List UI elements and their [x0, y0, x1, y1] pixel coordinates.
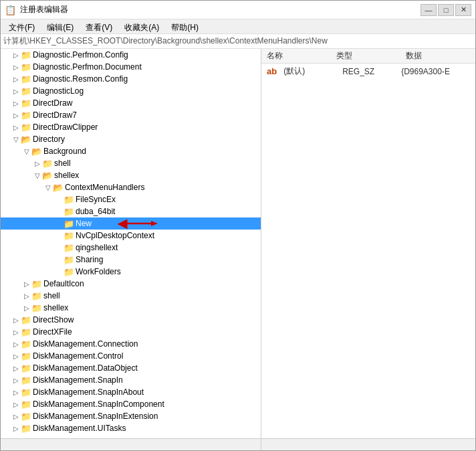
- folder-open-icon: 📂: [21, 134, 31, 144]
- tree-scrollbar-bottom[interactable]: [1, 439, 261, 450]
- expand-icon[interactable]: ▷: [22, 291, 31, 300]
- expand-icon[interactable]: ▷: [11, 327, 21, 337]
- tree-row-directory[interactable]: ▽ 📂 Directory: [1, 133, 261, 145]
- tree-row-diskmgmt-ctrl[interactable]: ▷ 📁 DiskManagement.Control: [1, 350, 261, 362]
- tree-row-background[interactable]: ▽ 📂 Background: [1, 145, 261, 157]
- folder-icon: 📁: [64, 207, 74, 216]
- folder-icon: 📁: [64, 267, 74, 276]
- tree-row-diskmgmt-conn[interactable]: ▷ 📁 DiskManagement.Connection: [1, 338, 261, 350]
- expand-icon[interactable]: ▷: [11, 375, 21, 385]
- menu-view[interactable]: 查看(V): [80, 21, 118, 32]
- tree-row-sharing[interactable]: 📁 Sharing: [1, 254, 261, 266]
- tree-row-diskmgmt-snap[interactable]: ▷ 📁 DiskManagement.SnapIn: [1, 374, 261, 386]
- tree-node-diskmgmt-snap-about: ▷ 📁 DiskManagement.SnapInAbout: [1, 386, 261, 398]
- node-label: DiskManagement.SnapInComponent: [33, 399, 164, 409]
- tree-node-sharing: 📁 Sharing: [1, 254, 261, 266]
- tree-row-diskmgmt-data[interactable]: ▷ 📁 DiskManagement.DataObject: [1, 362, 261, 374]
- expand-icon[interactable]: ▷: [22, 279, 31, 288]
- tree-row-shellex2[interactable]: ▷ 📁 shellex: [1, 302, 261, 314]
- col-name-header: 名称: [267, 50, 283, 62]
- folder-icon: 📁: [21, 387, 31, 397]
- tree-row-diag-perf-doc[interactable]: ▷ 📁 Diagnostic.Perfmon.Document: [1, 61, 261, 73]
- tree-row-duba[interactable]: 📁 duba_64bit: [1, 205, 261, 217]
- folder-icon: 📁: [31, 303, 42, 312]
- folder-icon: 📁: [21, 399, 31, 409]
- tree-row-qing[interactable]: 📁 qingshellext: [1, 242, 261, 254]
- tree-row-directshow[interactable]: ▷ 📁 DirectShow: [1, 314, 261, 326]
- minimize-button[interactable]: —: [421, 4, 437, 16]
- tree-row-diaglog[interactable]: ▷ 📁 DiagnosticLog: [1, 85, 261, 97]
- tree-row-workfolders[interactable]: 📁 WorkFolders: [1, 266, 261, 278]
- expand-icon[interactable]: ▽: [43, 183, 53, 192]
- expand-icon[interactable]: ▷: [22, 303, 31, 312]
- tree-node-diskmgmt-snap-ext: ▷ 📁 DiskManagement.SnapInExtension: [1, 410, 261, 422]
- expand-icon[interactable]: ▷: [11, 363, 21, 373]
- registry-value-row[interactable]: ab (默认) REG_SZ {D969A300-E: [261, 64, 475, 79]
- tree-row-contextmenu[interactable]: ▽ 📂 ContextMenuHandlers: [1, 181, 261, 193]
- tree-node-filesyncex: 📁 FileSyncEx: [1, 193, 261, 205]
- menu-bar: 文件(F) 编辑(E) 查看(V) 收藏夹(A) 帮助(H): [1, 19, 475, 34]
- expand-icon[interactable]: ▽: [33, 171, 42, 180]
- tree-node-diskmgmt-conn: ▷ 📁 DiskManagement.Connection: [1, 338, 261, 350]
- expand-icon[interactable]: ▷: [11, 412, 21, 421]
- tree-row-new[interactable]: 📁 New ◀: [1, 217, 261, 230]
- close-button[interactable]: ✕: [455, 4, 471, 16]
- folder-icon: 📁: [21, 351, 31, 361]
- expand-icon[interactable]: ▷: [11, 315, 21, 325]
- address-text: 计算机\HKEY_CLASSES_ROOT\Directory\Backgrou…: [3, 35, 328, 47]
- tree-row-diag-perf-config[interactable]: ▷ 📁 Diagnostic.Perfmon.Config: [1, 49, 261, 61]
- tree-row-filesyncex[interactable]: 📁 FileSyncEx: [1, 193, 261, 205]
- tree-row-defaulticon[interactable]: ▷ 📁 DefaultIcon: [1, 278, 261, 290]
- folder-icon: 📁: [21, 86, 31, 96]
- expand-icon[interactable]: ▷: [11, 387, 21, 397]
- expand-icon: [54, 207, 64, 216]
- tree-row-nvcpl[interactable]: 📁 NvCplDesktopContext: [1, 230, 261, 242]
- expand-icon[interactable]: ▷: [11, 351, 21, 361]
- tree-row-diskmgmt-snap-about[interactable]: ▷ 📁 DiskManagement.SnapInAbout: [1, 386, 261, 398]
- col-data-header: 数据: [406, 50, 422, 62]
- node-label: FileSyncEx: [76, 195, 116, 204]
- tree-row-directdrawclipper[interactable]: ▷ 📁 DirectDrawClipper: [1, 121, 261, 133]
- node-label: ContextMenuHandlers: [65, 183, 144, 192]
- expand-icon[interactable]: ▷: [11, 86, 21, 96]
- tree-row-directdraw7[interactable]: ▷ 📁 DirectDraw7: [1, 109, 261, 121]
- node-label: Diagnostic.Resmon.Config: [33, 74, 128, 84]
- tree-row-diskmgmt-snap-comp[interactable]: ▷ 📁 DiskManagement.SnapInComponent: [1, 398, 261, 410]
- menu-file[interactable]: 文件(F): [3, 21, 40, 32]
- expand-icon[interactable]: ▷: [11, 424, 21, 433]
- tree-row-shell2[interactable]: ▷ 📁 shell: [1, 290, 261, 302]
- maximize-button[interactable]: □: [438, 4, 454, 16]
- expand-icon[interactable]: ▷: [11, 110, 21, 120]
- expand-icon[interactable]: ▷: [11, 50, 21, 60]
- tree-row-directxfile[interactable]: ▷ 📁 DirectXFile: [1, 326, 261, 338]
- tree-pane[interactable]: ▷ 📁 Diagnostic.Perfmon.Config ▷ 📁 Diagno…: [1, 49, 261, 438]
- tree-row-diskmgmt-snap-ext[interactable]: ▷ 📁 DiskManagement.SnapInExtension: [1, 410, 261, 422]
- tree-row-diskmgmt-ui[interactable]: ▷ 📁 DiskManagement.UITasks: [1, 422, 261, 434]
- tree-node-shellex: ▽ 📂 shellex ▽ 📂: [1, 169, 261, 278]
- menu-help[interactable]: 帮助(H): [166, 21, 204, 32]
- tree-node-directshow: ▷ 📁 DirectShow: [1, 314, 261, 326]
- expand-icon[interactable]: ▷: [11, 122, 21, 132]
- right-scrollbar-bottom[interactable]: [261, 439, 475, 450]
- tree-row-directdraw[interactable]: ▷ 📁 DirectDraw: [1, 97, 261, 109]
- expand-icon: [54, 267, 64, 276]
- expand-icon[interactable]: ▷: [11, 74, 21, 84]
- expand-icon[interactable]: ▷: [11, 339, 21, 349]
- tree-node-shell2: ▷ 📁 shell: [1, 290, 261, 302]
- tree-row-shell[interactable]: ▷ 📁 shell: [1, 157, 261, 169]
- expand-icon[interactable]: ▷: [11, 98, 21, 108]
- menu-favorites[interactable]: 收藏夹(A): [119, 21, 164, 32]
- tree-row-shellex[interactable]: ▽ 📂 shellex: [1, 169, 261, 181]
- expand-icon[interactable]: ▽: [11, 134, 21, 144]
- expand-icon[interactable]: ▷: [11, 62, 21, 72]
- folder-icon: 📁: [64, 243, 74, 252]
- menu-edit[interactable]: 编辑(E): [41, 21, 79, 32]
- folder-icon: 📁: [21, 424, 31, 433]
- tree-node-shellex2: ▷ 📁 shellex: [1, 302, 261, 314]
- tree-row-diag-res[interactable]: ▷ 📁 Diagnostic.Resmon.Config: [1, 73, 261, 85]
- node-label: DirectDraw: [33, 98, 72, 108]
- expand-icon[interactable]: ▷: [33, 159, 42, 168]
- node-label: shellex: [54, 171, 79, 180]
- expand-icon[interactable]: ▷: [11, 399, 21, 409]
- expand-icon[interactable]: ▽: [22, 147, 31, 156]
